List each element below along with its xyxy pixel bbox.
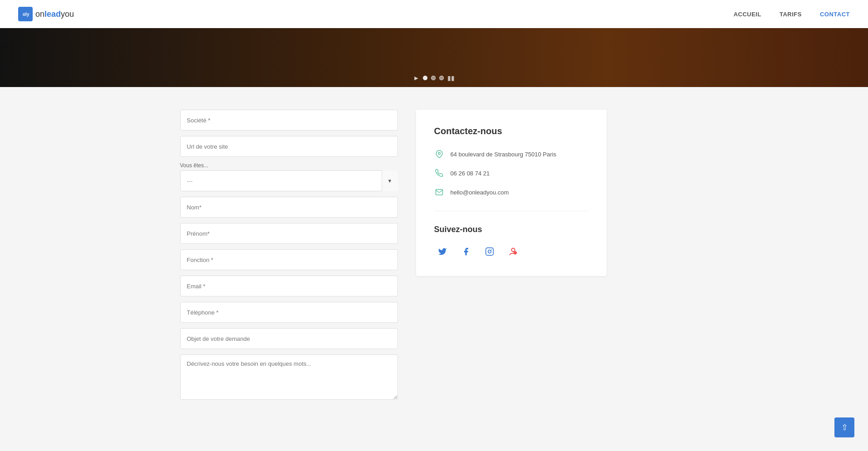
address-text: 64 boulevard de Strasbourg 75010 Paris [451,151,556,158]
nom-input[interactable] [180,197,398,218]
nav-tarifs[interactable]: TARIFS [780,11,802,18]
header: oly onleadyou ACCUEIL TARIFS CONTACT [0,0,868,28]
logo[interactable]: oly onleadyou [18,7,74,21]
email-address-text: hello@onleadyou.com [451,189,509,196]
select-group: Vous êtes... --- ▼ [180,162,398,191]
hero-banner: ► ▮▮ [0,28,868,87]
prenom-input[interactable] [180,223,398,244]
facebook-icon[interactable] [458,243,474,260]
objet-group [180,328,398,349]
google-plus-icon[interactable] [505,243,521,260]
url-group [180,136,398,157]
hero-pause-button[interactable]: ▮▮ [447,74,455,82]
phone-icon [434,168,444,178]
select-label: Vous êtes... [180,162,398,169]
svg-point-2 [438,152,440,155]
message-group [180,354,398,402]
email-input[interactable] [180,276,398,296]
address-row: 64 boulevard de Strasbourg 75010 Paris [434,149,588,159]
instagram-icon[interactable] [481,243,498,260]
logo-icon: oly [18,7,33,21]
hero-next-arrow[interactable]: ► [413,74,420,82]
objet-input[interactable] [180,328,398,349]
fonction-input[interactable] [180,249,398,270]
svg-text:oly: oly [23,12,29,17]
vous-etes-select[interactable]: --- [180,170,398,191]
hero-dot-1[interactable] [423,76,427,80]
email-row: hello@onleadyou.com [434,187,588,197]
societe-group [180,110,398,131]
follow-title: Suivez-nous [434,225,588,234]
main-nav: ACCUEIL TARIFS CONTACT [734,11,850,18]
location-icon [434,149,444,159]
message-textarea[interactable] [180,354,398,400]
hero-dot-3[interactable] [439,76,444,80]
fonction-group [180,249,398,270]
info-panel: Contactez-nous 64 boulevard de Strasbour… [416,110,607,276]
back-to-top-button[interactable]: ⇧ [834,417,854,430]
contact-form: Vous êtes... --- ▼ [180,110,398,407]
hero-indicators: ► ▮▮ [413,74,455,82]
hero-dot-2[interactable] [431,76,436,80]
prenom-group [180,223,398,244]
email-group [180,276,398,296]
panel-divider [434,211,588,211]
societe-input[interactable] [180,110,398,131]
nav-contact[interactable]: CONTACT [820,11,850,18]
telephone-group [180,302,398,323]
twitter-icon[interactable] [434,243,451,260]
phone-row: 06 26 08 74 21 [434,168,588,178]
contact-title: Contactez-nous [434,126,588,136]
phone-text: 06 26 08 74 21 [451,170,490,177]
email-icon [434,187,444,197]
svg-rect-3 [485,248,493,256]
nom-group [180,197,398,218]
select-wrapper: --- ▼ [180,170,398,191]
logo-text: onleadyou [35,10,74,19]
telephone-input[interactable] [180,302,398,323]
url-input[interactable] [180,136,398,157]
social-icons [434,243,588,260]
nav-accueil[interactable]: ACCUEIL [734,11,761,18]
main-content: Vous êtes... --- ▼ [162,110,706,407]
